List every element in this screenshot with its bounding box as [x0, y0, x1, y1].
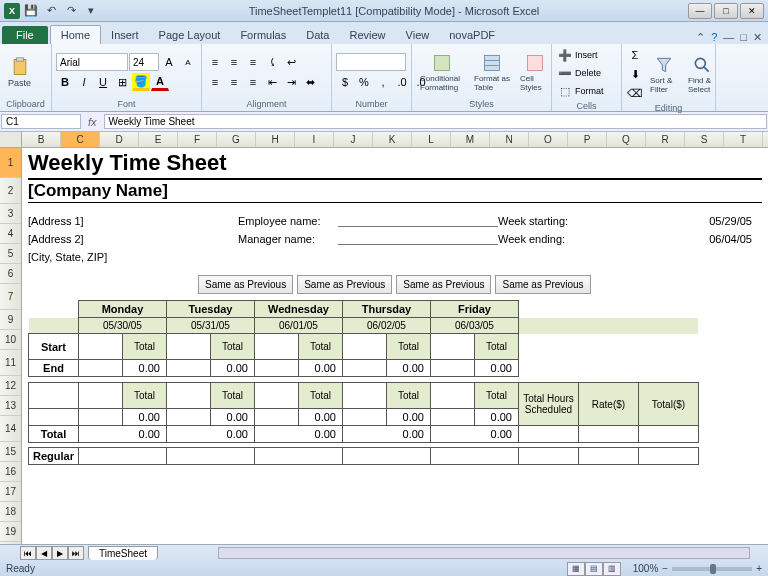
align-left-icon[interactable]: ≡ [206, 73, 224, 91]
sort-filter-button[interactable]: Sort & Filter [646, 53, 682, 96]
formula-input[interactable]: Weekly Time Sheet [104, 114, 767, 129]
summary-cell[interactable] [578, 448, 638, 465]
grow-font-icon[interactable]: A [160, 53, 178, 71]
col-header[interactable]: L [412, 132, 451, 147]
row-header[interactable]: 2 [0, 178, 21, 204]
underline-button[interactable]: U [94, 73, 112, 91]
zoom-in-icon[interactable]: + [756, 563, 762, 574]
time-cell[interactable] [166, 409, 210, 426]
qat-dropdown-icon[interactable]: ▾ [82, 2, 100, 20]
manager-field[interactable] [338, 233, 498, 245]
save-icon[interactable]: 💾 [22, 2, 40, 20]
name-box[interactable]: C1 [1, 114, 81, 129]
same-as-previous-button[interactable]: Same as Previous [495, 275, 590, 294]
shrink-font-icon[interactable]: A [179, 53, 197, 71]
col-header[interactable]: S [685, 132, 724, 147]
col-header[interactable]: D [100, 132, 139, 147]
ribbon-minimize-icon[interactable]: ⌃ [696, 31, 705, 44]
tab-novapdf[interactable]: novaPDF [439, 26, 505, 44]
align-middle-icon[interactable]: ≡ [225, 53, 243, 71]
align-bottom-icon[interactable]: ≡ [244, 53, 262, 71]
fill-icon[interactable]: ⬇ [626, 65, 644, 83]
increase-decimal-icon[interactable]: .0 [393, 73, 411, 91]
time-cell[interactable] [254, 383, 298, 409]
col-header[interactable]: P [568, 132, 607, 147]
doc-restore-icon[interactable]: □ [740, 31, 747, 44]
zoom-out-icon[interactable]: − [662, 563, 668, 574]
conditional-formatting-button[interactable]: Conditional Formatting [416, 51, 468, 94]
summary-cell[interactable] [518, 448, 578, 465]
regular-cell[interactable] [254, 448, 342, 465]
find-select-button[interactable]: Find & Select [684, 53, 720, 96]
time-cell[interactable] [430, 383, 474, 409]
tab-first-icon[interactable]: ⏮ [20, 546, 36, 560]
tab-home[interactable]: Home [50, 25, 101, 44]
clear-icon[interactable]: ⌫ [626, 84, 644, 102]
row-header[interactable]: 6 [0, 264, 21, 284]
time-cell[interactable] [342, 409, 386, 426]
row-header[interactable]: 15 [0, 442, 21, 462]
time-cell[interactable] [430, 409, 474, 426]
align-center-icon[interactable]: ≡ [225, 73, 243, 91]
col-header[interactable]: T [724, 132, 763, 147]
font-color-button[interactable]: A [151, 73, 169, 91]
col-header[interactable]: G [217, 132, 256, 147]
row-header[interactable]: 14 [0, 416, 21, 442]
col-header[interactable]: F [178, 132, 217, 147]
time-cell[interactable] [342, 383, 386, 409]
time-cell[interactable] [166, 383, 210, 409]
summary-cell[interactable] [578, 426, 638, 443]
file-tab[interactable]: File [2, 26, 48, 44]
same-as-previous-button[interactable]: Same as Previous [297, 275, 392, 294]
row-header[interactable]: 5 [0, 244, 21, 264]
tab-page-layout[interactable]: Page Layout [149, 26, 231, 44]
time-cell[interactable] [254, 360, 298, 377]
delete-cells-button[interactable]: ➖ [556, 64, 574, 82]
border-button[interactable]: ⊞ [113, 73, 131, 91]
employee-field[interactable] [338, 215, 498, 227]
row-header[interactable]: 4 [0, 224, 21, 244]
orientation-icon[interactable]: ⤹ [263, 53, 281, 71]
zoom-slider[interactable] [672, 567, 752, 571]
col-header[interactable]: J [334, 132, 373, 147]
summary-cell[interactable] [638, 448, 698, 465]
summary-cell[interactable] [518, 426, 578, 443]
undo-icon[interactable]: ↶ [42, 2, 60, 20]
increase-indent-icon[interactable]: ⇥ [282, 73, 300, 91]
paste-button[interactable]: Paste [4, 55, 35, 90]
normal-view-icon[interactable]: ▦ [567, 562, 585, 576]
doc-minimize-icon[interactable]: — [723, 31, 734, 44]
percent-icon[interactable]: % [355, 73, 373, 91]
row-header[interactable]: 7 [0, 284, 21, 310]
time-cell[interactable] [78, 409, 122, 426]
col-header[interactable]: I [295, 132, 334, 147]
font-size-select[interactable]: 24 [129, 53, 159, 71]
col-header[interactable]: R [646, 132, 685, 147]
row-header[interactable]: 11 [0, 350, 21, 376]
col-header[interactable]: Q [607, 132, 646, 147]
same-as-previous-button[interactable]: Same as Previous [396, 275, 491, 294]
page-break-view-icon[interactable]: ▥ [603, 562, 621, 576]
summary-cell[interactable] [638, 426, 698, 443]
regular-cell[interactable] [78, 448, 166, 465]
tab-data[interactable]: Data [296, 26, 339, 44]
cell-styles-button[interactable]: Cell Styles [516, 51, 554, 94]
minimize-button[interactable]: — [688, 3, 712, 19]
col-header[interactable]: K [373, 132, 412, 147]
row-header[interactable]: 12 [0, 376, 21, 396]
sheet-tab[interactable]: TimeSheet [88, 546, 158, 560]
row-header[interactable]: 17 [0, 482, 21, 502]
insert-cells-button[interactable]: ➕ [556, 46, 574, 64]
italic-button[interactable]: I [75, 73, 93, 91]
tab-prev-icon[interactable]: ◀ [36, 546, 52, 560]
format-as-table-button[interactable]: Format as Table [470, 51, 514, 94]
close-button[interactable]: ✕ [740, 3, 764, 19]
tab-next-icon[interactable]: ▶ [52, 546, 68, 560]
maximize-button[interactable]: □ [714, 3, 738, 19]
row-header[interactable]: 13 [0, 396, 21, 416]
page-layout-view-icon[interactable]: ▤ [585, 562, 603, 576]
col-header[interactable]: M [451, 132, 490, 147]
row-header[interactable]: 18 [0, 502, 21, 522]
col-header[interactable]: B [22, 132, 61, 147]
col-header[interactable]: N [490, 132, 529, 147]
